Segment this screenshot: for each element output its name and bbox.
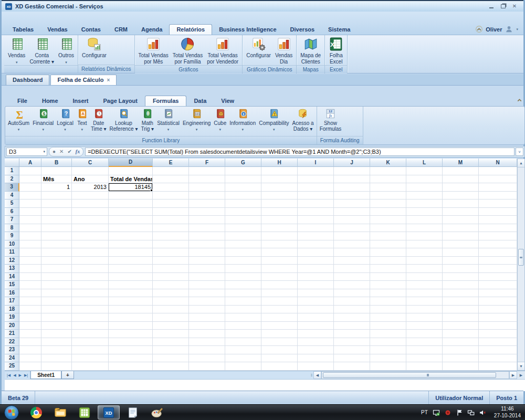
cell-J4[interactable] bbox=[334, 192, 370, 200]
cell-C5[interactable] bbox=[72, 200, 109, 208]
cell-E24[interactable] bbox=[153, 354, 189, 363]
cell-H19[interactable] bbox=[261, 313, 298, 322]
cell-A10[interactable] bbox=[19, 240, 41, 249]
cell-L2[interactable] bbox=[406, 175, 443, 184]
cell-A16[interactable] bbox=[19, 289, 41, 298]
cell-H1[interactable] bbox=[261, 167, 298, 175]
cell-L8[interactable] bbox=[406, 224, 443, 233]
cell-A5[interactable] bbox=[19, 200, 41, 208]
cell-D7[interactable] bbox=[109, 216, 153, 224]
column-header-g[interactable]: G bbox=[225, 159, 261, 167]
cell-C14[interactable] bbox=[72, 273, 109, 281]
spreadsheet-tab-view[interactable]: View bbox=[214, 96, 242, 106]
cell-E13[interactable] bbox=[153, 265, 189, 273]
cell-G13[interactable] bbox=[225, 265, 261, 273]
cell-J22[interactable] bbox=[334, 338, 370, 346]
cell-I12[interactable] bbox=[298, 257, 334, 265]
cell-N13[interactable] bbox=[479, 265, 517, 273]
cell-K7[interactable] bbox=[370, 216, 406, 224]
cell-K25[interactable] bbox=[370, 362, 406, 371]
cell-A12[interactable] bbox=[19, 257, 41, 265]
row-header-18[interactable]: 18 bbox=[5, 306, 19, 314]
tray-flag-icon[interactable] bbox=[456, 409, 463, 416]
fill-handle[interactable] bbox=[150, 189, 153, 192]
cell-H18[interactable] bbox=[261, 306, 298, 314]
folha-excel-button[interactable]: XFolhaExcel bbox=[327, 36, 345, 65]
cell-K10[interactable] bbox=[370, 240, 406, 249]
cell-L23[interactable] bbox=[406, 346, 443, 354]
cell-H4[interactable] bbox=[261, 192, 298, 200]
total-vendas-por-fam-lia-button[interactable]: Total Vendaspor Família bbox=[171, 36, 205, 65]
cell-A19[interactable] bbox=[19, 313, 41, 322]
cell-E19[interactable] bbox=[153, 313, 189, 322]
cell-H8[interactable] bbox=[261, 224, 298, 233]
cell-D2[interactable]: Total de Vendas bbox=[109, 175, 153, 184]
tray-record-icon[interactable] bbox=[444, 409, 452, 416]
cell-H5[interactable] bbox=[261, 200, 298, 208]
cell-D17[interactable] bbox=[109, 297, 153, 306]
horizontal-scrollbar[interactable] bbox=[321, 371, 509, 379]
cell-M22[interactable] bbox=[443, 338, 479, 346]
cell-N10[interactable] bbox=[479, 240, 517, 249]
cell-H6[interactable] bbox=[261, 208, 298, 216]
cell-J8[interactable] bbox=[334, 224, 370, 233]
cell-A2[interactable] bbox=[19, 175, 41, 184]
cell-B8[interactable] bbox=[41, 224, 72, 233]
row-header-6[interactable]: 6 bbox=[5, 208, 19, 216]
name-box-arrow-icon[interactable]: ▾ bbox=[43, 150, 47, 154]
cell-I2[interactable] bbox=[298, 175, 334, 184]
cell-L12[interactable] bbox=[406, 257, 443, 265]
cell-C6[interactable] bbox=[72, 208, 109, 216]
start-button[interactable] bbox=[4, 405, 19, 420]
formula-input[interactable]: =DBEXECUTE("SELECT SUM(Total) From sales… bbox=[85, 148, 514, 156]
cell-F24[interactable] bbox=[189, 354, 225, 363]
cell-B13[interactable] bbox=[41, 265, 72, 273]
cell-F18[interactable] bbox=[189, 306, 225, 314]
vertical-scroll-thumb[interactable] bbox=[518, 249, 524, 266]
cell-D8[interactable] bbox=[109, 224, 153, 233]
spreadsheet-tab-file[interactable]: File bbox=[10, 96, 35, 106]
cell-E17[interactable] bbox=[153, 297, 189, 306]
cell-I14[interactable] bbox=[298, 273, 334, 281]
cell-N17[interactable] bbox=[479, 297, 517, 306]
cell-H22[interactable] bbox=[261, 338, 298, 346]
cell-N3[interactable] bbox=[479, 183, 517, 192]
row-header-13[interactable]: 13 bbox=[5, 265, 19, 273]
cell-I23[interactable] bbox=[298, 346, 334, 354]
cell-L16[interactable] bbox=[406, 289, 443, 298]
cell-N4[interactable] bbox=[479, 192, 517, 200]
tray-mute-icon[interactable] bbox=[479, 409, 486, 416]
cell-I22[interactable] bbox=[298, 338, 334, 346]
cell-G20[interactable] bbox=[225, 322, 261, 330]
tab-dashboard[interactable]: Dashboard bbox=[6, 75, 49, 85]
cell-A9[interactable] bbox=[19, 232, 41, 240]
cell-J2[interactable] bbox=[334, 175, 370, 184]
cell-A20[interactable] bbox=[19, 322, 41, 330]
cell-N14[interactable] bbox=[479, 273, 517, 281]
cell-I13[interactable] bbox=[298, 265, 334, 273]
cell-C1[interactable] bbox=[72, 167, 109, 175]
cell-M23[interactable] bbox=[443, 346, 479, 354]
cell-I3[interactable] bbox=[298, 183, 334, 192]
math-trig-button[interactable]: θMathTrig ▾ bbox=[139, 108, 155, 132]
formula-options-icon[interactable]: ● bbox=[52, 149, 56, 154]
cell-B18[interactable] bbox=[41, 306, 72, 314]
cell-G18[interactable] bbox=[225, 306, 261, 314]
cell-G24[interactable] bbox=[225, 354, 261, 363]
cell-M13[interactable] bbox=[443, 265, 479, 273]
cell-C17[interactable] bbox=[72, 297, 109, 306]
menu-tab-agenda[interactable]: Agenda bbox=[134, 25, 169, 35]
cell-N8[interactable] bbox=[479, 224, 517, 233]
cell-G23[interactable] bbox=[225, 346, 261, 354]
cell-F25[interactable] bbox=[189, 362, 225, 371]
row-header-14[interactable]: 14 bbox=[5, 273, 19, 281]
minimize-button[interactable] bbox=[488, 4, 495, 9]
cell-G21[interactable] bbox=[225, 330, 261, 338]
column-header-m[interactable]: M bbox=[443, 159, 479, 167]
cell-G11[interactable] bbox=[225, 248, 261, 257]
cell-E8[interactable] bbox=[153, 224, 189, 233]
cell-K22[interactable] bbox=[370, 338, 406, 346]
cell-E2[interactable] bbox=[153, 175, 189, 184]
cell-A8[interactable] bbox=[19, 224, 41, 233]
cell-J3[interactable] bbox=[334, 183, 370, 192]
